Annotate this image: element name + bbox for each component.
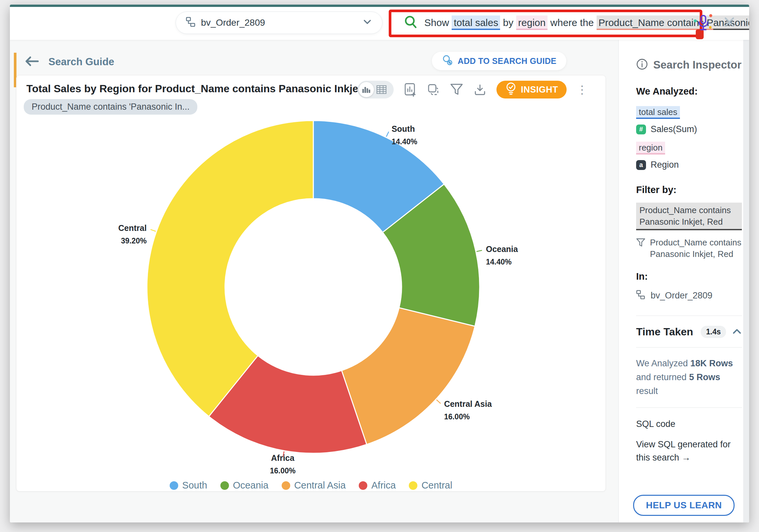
query-measure-token[interactable]: total sales bbox=[452, 16, 500, 30]
search-inspector-panel: Search Inspector We Analyzed: total sale… bbox=[618, 40, 749, 522]
in-dataset-row[interactable]: bv_Order_2809 bbox=[636, 290, 742, 301]
add-chart-icon[interactable] bbox=[404, 82, 417, 97]
slice-percent-label: 16.00% bbox=[444, 412, 470, 421]
bulb-check-icon bbox=[505, 82, 517, 98]
legend-item-south[interactable]: South bbox=[170, 480, 207, 491]
search-icon bbox=[403, 15, 419, 31]
legend-dot bbox=[170, 481, 178, 490]
app-window: bv_Order_2809 Show total sales by region… bbox=[10, 5, 749, 522]
dimension-mapped-name: Region bbox=[651, 160, 679, 170]
insight-label: INSIGHT bbox=[521, 85, 558, 95]
legend-item-central[interactable]: Central bbox=[409, 480, 452, 491]
arrow-right-icon: → bbox=[682, 453, 691, 463]
legend-label: South bbox=[182, 480, 207, 491]
filter-detail-text: Product_Name contains Panasonic Inkjet, … bbox=[650, 237, 742, 260]
label-leader-line bbox=[386, 132, 389, 137]
download-icon[interactable] bbox=[473, 83, 487, 96]
legend-dot bbox=[409, 481, 418, 490]
slice-percent-label: 16.00% bbox=[270, 467, 296, 475]
legend-dot bbox=[359, 481, 367, 490]
bar-chart-icon[interactable] bbox=[359, 82, 374, 97]
slice-label: Africa bbox=[271, 453, 295, 463]
legend-item-central-asia[interactable]: Central Asia bbox=[282, 480, 345, 491]
dataset-hierarchy-icon bbox=[186, 17, 196, 29]
filter-token[interactable]: Product_Name contains Panasonic Inkjet, … bbox=[636, 203, 742, 230]
funnel-icon bbox=[636, 238, 645, 260]
in-heading: In: bbox=[636, 271, 742, 282]
microphone-icon[interactable] bbox=[697, 14, 710, 31]
window-top-accent bbox=[10, 5, 749, 7]
close-icon[interactable] bbox=[723, 16, 736, 30]
view-sql-link[interactable]: View SQL generated for this search → bbox=[636, 438, 738, 465]
sidebar-scrollbar[interactable] bbox=[743, 40, 749, 522]
query-dimension-token[interactable]: region bbox=[516, 16, 547, 30]
legend-label: Oceania bbox=[233, 480, 268, 491]
query-text: by bbox=[500, 17, 516, 28]
analyzed-measure-token[interactable]: total sales bbox=[636, 106, 680, 119]
time-taken-heading: Time Taken bbox=[636, 326, 701, 338]
dataset-selector[interactable]: bv_Order_2809 bbox=[176, 12, 382, 34]
legend-dot bbox=[220, 481, 229, 490]
chart-legend: SouthOceaniaCentral AsiaAfricaCentral bbox=[17, 480, 606, 491]
help-us-learn-button[interactable]: HELP US LEARN bbox=[633, 495, 735, 516]
legend-dot bbox=[282, 481, 290, 490]
table-icon[interactable] bbox=[377, 85, 386, 94]
result-card: Total Sales by Region for Product_Name c… bbox=[16, 75, 606, 491]
divider bbox=[636, 407, 742, 408]
dimension-type-badge: a bbox=[636, 160, 646, 170]
card-toolbar: INSIGHT ⋮ bbox=[357, 81, 588, 99]
info-circle-icon bbox=[636, 58, 648, 71]
chevron-up-icon[interactable] bbox=[732, 328, 742, 336]
rows-analyzed-text: We Analyzed 18K Rows and returned 5 Rows… bbox=[636, 357, 742, 398]
duplicate-icon[interactable] bbox=[427, 83, 440, 97]
topbar: bv_Order_2809 Show total sales by region… bbox=[10, 7, 749, 40]
search-bar[interactable]: Show total sales by region where the Pro… bbox=[395, 7, 749, 39]
query-text: Show bbox=[424, 17, 452, 28]
slice-label: Central bbox=[118, 223, 146, 232]
chart-title: Total Sales by Region for Product_Name c… bbox=[26, 83, 388, 95]
more-options-icon[interactable]: ⋮ bbox=[577, 86, 588, 93]
measure-type-badge: # bbox=[636, 125, 646, 134]
label-leader-line bbox=[476, 250, 482, 252]
label-leader-line bbox=[150, 229, 156, 231]
filter-chip[interactable]: Product_Name contains 'Panasonic In... bbox=[24, 99, 197, 115]
mic-dot-yellow bbox=[709, 26, 711, 29]
slice-label: Oceania bbox=[486, 244, 518, 254]
legend-item-oceania[interactable]: Oceania bbox=[220, 480, 268, 491]
page-title: Search Guide bbox=[48, 56, 114, 68]
back-arrow-icon[interactable] bbox=[25, 56, 39, 68]
in-dataset-name: bv_Order_2809 bbox=[651, 291, 712, 301]
search-plus-icon bbox=[442, 54, 453, 67]
mic-dot-teal bbox=[694, 20, 697, 22]
query-text: where the bbox=[547, 17, 596, 28]
divider bbox=[636, 347, 742, 348]
add-to-search-guide-button[interactable]: ADD TO SEARCH GUIDE bbox=[432, 52, 566, 70]
sql-code-label: SQL code bbox=[636, 419, 742, 429]
inspector-title: Search Inspector bbox=[653, 59, 741, 71]
legend-label: Africa bbox=[371, 480, 396, 491]
time-taken-badge: 1.4s bbox=[701, 326, 726, 338]
dataset-hierarchy-icon bbox=[636, 290, 645, 301]
mic-dot-red bbox=[709, 14, 712, 17]
filter-by-heading: Filter by: bbox=[636, 184, 742, 195]
slice-percent-label: 39.20% bbox=[121, 236, 146, 245]
legend-item-africa[interactable]: Africa bbox=[359, 480, 396, 491]
analyzed-dimension-token[interactable]: region bbox=[636, 142, 665, 154]
slice-label: Central Asia bbox=[444, 399, 492, 408]
insight-button[interactable]: INSIGHT bbox=[497, 81, 567, 99]
legend-label: Central bbox=[421, 480, 452, 491]
legend-label: Central Asia bbox=[294, 480, 345, 491]
donut-slice-central-asia[interactable] bbox=[341, 308, 475, 444]
main-content: Search Guide ADD TO SEARCH GUIDE Total S… bbox=[10, 40, 618, 522]
donut-chart: South14.40%Oceania14.40%Central Asia16.0… bbox=[17, 113, 606, 481]
divider bbox=[636, 315, 742, 316]
chevron-down-icon[interactable] bbox=[362, 19, 372, 27]
label-leader-line bbox=[436, 399, 441, 403]
slice-label: South bbox=[392, 124, 415, 133]
measure-mapped-name: Sales(Sum) bbox=[651, 124, 697, 134]
we-analyzed-heading: We Analyzed: bbox=[636, 86, 742, 97]
chart-table-toggle[interactable] bbox=[357, 81, 394, 99]
dataset-name: bv_Order_2809 bbox=[201, 18, 357, 28]
filter-icon[interactable] bbox=[450, 83, 463, 96]
page-header: Search Guide ADD TO SEARCH GUIDE bbox=[25, 52, 605, 72]
